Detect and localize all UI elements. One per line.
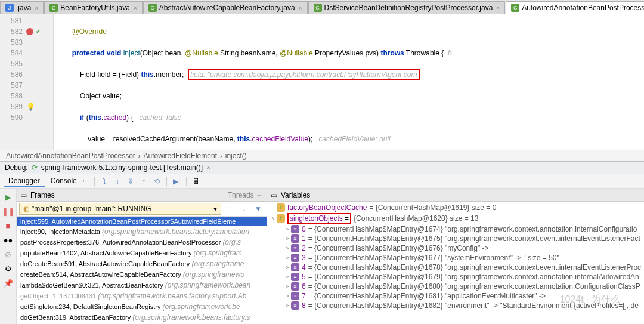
evaluate-icon[interactable]: 🖩 xyxy=(190,175,202,187)
variable-row[interactable]: >≡2 = {ConcurrentHashMap$MapEntry@1676} … xyxy=(267,243,644,253)
stack-frame[interactable]: doGetBean:319, AbstractBeanFactory (org.… xyxy=(17,312,267,323)
run-icon: ⟳ xyxy=(32,163,38,172)
file-icon: C xyxy=(49,4,58,12)
force-step-into-icon[interactable]: ⇓ xyxy=(125,175,137,187)
crumb[interactable]: AutowiredAnnotationBeanPostProcessor xyxy=(6,152,135,160)
step-into-icon[interactable]: ↓ xyxy=(112,175,123,187)
gutter-line[interactable]: 585 xyxy=(0,58,53,69)
expand-icon[interactable]: > xyxy=(284,255,291,261)
tab-label: AutowiredAnnotationBeanPostProcessor.jav… xyxy=(522,4,644,12)
stack-frame[interactable]: postProcessProperties:376, AutowiredAnno… xyxy=(17,237,267,248)
variable-row[interactable]: >≡8 = {ConcurrentHashMap$MapEntry@1682} … xyxy=(267,301,644,310)
drop-frame-icon[interactable]: ⟲ xyxy=(151,175,163,187)
step-over-icon[interactable]: ⤵ xyxy=(98,175,110,187)
close-icon[interactable]: × xyxy=(206,163,210,172)
close-icon[interactable]: × xyxy=(496,5,500,11)
debug-toolbar: Debugger Console → ⤵ ↓ ⇓ ↑ ⟲ ▶| 🖩 xyxy=(0,174,644,189)
annotation: @Override xyxy=(72,27,107,36)
gutter-line[interactable]: 581 xyxy=(0,16,53,26)
frames-pane: ▭ Frames Threads → ◐"main"@1 in group "m… xyxy=(17,189,267,324)
stack-frame[interactable]: inject:90, InjectionMetadata (org.spring… xyxy=(17,226,267,237)
resume-icon[interactable]: ▶ xyxy=(2,191,14,203)
variable-row[interactable]: >≡3 = {ConcurrentHashMap$MapEntry@1677} … xyxy=(267,253,644,263)
file-icon: J xyxy=(5,4,14,12)
gutter-line[interactable]: 588 xyxy=(0,91,53,101)
expand-icon[interactable]: > xyxy=(284,264,291,270)
stack-frame[interactable]: doCreateBean:591, AbstractAutowireCapabl… xyxy=(17,258,267,269)
pin-icon[interactable]: 📌 xyxy=(2,277,14,289)
prev-frame-icon[interactable]: ↑ xyxy=(224,203,236,215)
crumb[interactable]: AutowiredFieldElement xyxy=(144,152,217,160)
entry-icon: ≡ xyxy=(291,225,299,233)
expand-icon[interactable]: > xyxy=(284,226,291,232)
view-breakpoints-icon[interactable]: ●● xyxy=(2,234,14,246)
filter-icon[interactable]: ▼ xyxy=(252,203,264,215)
editor-tab[interactable]: CAutowiredAnnotationBeanPostProcessor.ja… xyxy=(506,1,644,14)
variable-row[interactable]: vfsingletonObjects ={ConcurrentHashMap@1… xyxy=(267,212,644,224)
close-icon[interactable]: × xyxy=(35,5,38,11)
expand-icon[interactable]: > xyxy=(284,236,291,242)
editor-tab[interactable]: CAbstractAutowireCapableBeanFactory.java… xyxy=(143,1,308,14)
gutter-line[interactable]: 589💡 xyxy=(0,101,53,112)
stack-frame[interactable]: getObject:-1, 1371006431 (org.springfram… xyxy=(17,291,267,301)
variable-row[interactable]: >≡0 = {ConcurrentHashMap$MapEntry@1674} … xyxy=(267,224,644,234)
stop-icon[interactable]: ■ xyxy=(2,220,14,232)
tab-label: BeanFactoryUtils.java xyxy=(60,4,130,12)
stack-frame[interactable]: getSingleton:234, DefaultSingletonBeanRe… xyxy=(17,301,267,312)
close-icon[interactable]: × xyxy=(299,5,302,11)
stack-frame[interactable]: inject:595, AutowiredAnnotationBeanPostP… xyxy=(17,217,267,226)
gutter-line[interactable]: 584 xyxy=(0,48,53,58)
run-config[interactable]: spring-framework-5.1.x:my-spring-test [T… xyxy=(41,163,203,172)
field-icon: f xyxy=(277,214,285,223)
tab-console[interactable]: Console → xyxy=(46,175,91,187)
stack-frame[interactable]: lambda$doGetBean$0:321, AbstractBeanFact… xyxy=(17,280,267,291)
variables-icon: ▭ xyxy=(271,191,277,199)
expand-icon[interactable]: > xyxy=(284,274,291,280)
editor-tab[interactable]: CDsfServiceBeanDefinitionRegistryPostPro… xyxy=(308,1,506,14)
editor-tab[interactable]: J.java× xyxy=(0,1,44,14)
variable-row[interactable]: >≡6 = {ConcurrentHashMap$MapEntry@1680} … xyxy=(267,282,644,291)
stack-frame[interactable]: populateBean:1402, AbstractAutowireCapab… xyxy=(17,248,267,258)
breakpoint-icon[interactable] xyxy=(26,28,33,35)
gutter-line[interactable]: 590 xyxy=(0,112,53,123)
expand-icon[interactable]: > xyxy=(284,283,291,289)
next-frame-icon[interactable]: ↓ xyxy=(238,203,250,215)
breadcrumb[interactable]: AutowiredAnnotationBeanPostProcessor › A… xyxy=(0,150,644,161)
variable-row[interactable]: >≡7 = {ConcurrentHashMap$MapEntry@1681} … xyxy=(267,291,644,301)
frames-list[interactable]: inject:595, AutowiredAnnotationBeanPostP… xyxy=(17,217,267,324)
tab-debugger[interactable]: Debugger xyxy=(4,175,45,187)
variable-row[interactable]: ffactoryBeanObjectCache = {ConcurrentHas… xyxy=(267,203,644,212)
tab-label: .java xyxy=(16,4,31,12)
stack-frame[interactable]: createBean:514, AbstractAutowireCapableB… xyxy=(17,269,267,280)
pause-icon[interactable]: ❚❚ xyxy=(2,205,14,217)
bulb-icon[interactable]: 💡 xyxy=(26,101,35,112)
run-to-cursor-icon[interactable]: ▶| xyxy=(171,175,182,187)
expand-icon[interactable]: v xyxy=(270,215,277,221)
expand-icon[interactable]: > xyxy=(284,293,291,299)
variable-row[interactable]: >≡4 = {ConcurrentHashMap$MapEntry@1678} … xyxy=(267,263,644,272)
entry-icon: ≡ xyxy=(291,234,299,243)
variable-row[interactable]: >≡5 = {ConcurrentHashMap$MapEntry@1679} … xyxy=(267,272,644,282)
gutter-line[interactable]: 587 xyxy=(0,80,53,91)
entry-icon: ≡ xyxy=(291,263,299,271)
entry-icon: ≡ xyxy=(291,292,299,300)
variables-list[interactable]: ffactoryBeanObjectCache = {ConcurrentHas… xyxy=(267,202,644,324)
thread-selector[interactable]: ◐"main"@1 in group "main": RUNNING▾ ↑ ↓ … xyxy=(17,202,267,217)
gutter-line[interactable]: 583 xyxy=(0,37,53,48)
close-icon[interactable]: × xyxy=(134,5,137,11)
file-icon: C xyxy=(511,4,519,12)
settings-icon[interactable]: ⚙ xyxy=(2,263,14,274)
gutter-line[interactable]: 582✔ xyxy=(0,26,53,37)
step-out-icon[interactable]: ↑ xyxy=(138,175,150,187)
threads-tab[interactable]: Threads → xyxy=(228,191,263,199)
expand-icon[interactable]: > xyxy=(284,303,291,308)
expand-icon[interactable]: > xyxy=(284,245,291,251)
crumb[interactable]: inject() xyxy=(225,152,247,160)
variable-row[interactable]: >≡1 = {ConcurrentHashMap$MapEntry@1675} … xyxy=(267,234,644,243)
mute-breakpoints-icon[interactable]: ⊘ xyxy=(2,248,14,260)
gutter-line[interactable]: 586 xyxy=(0,69,53,80)
field-icon: f xyxy=(277,203,285,212)
tab-label: AbstractAutowireCapableBeanFactory.java xyxy=(159,4,295,12)
code-area[interactable]: @Override protected void inject(Object b… xyxy=(54,14,644,150)
editor-tab[interactable]: CBeanFactoryUtils.java× xyxy=(44,1,143,14)
